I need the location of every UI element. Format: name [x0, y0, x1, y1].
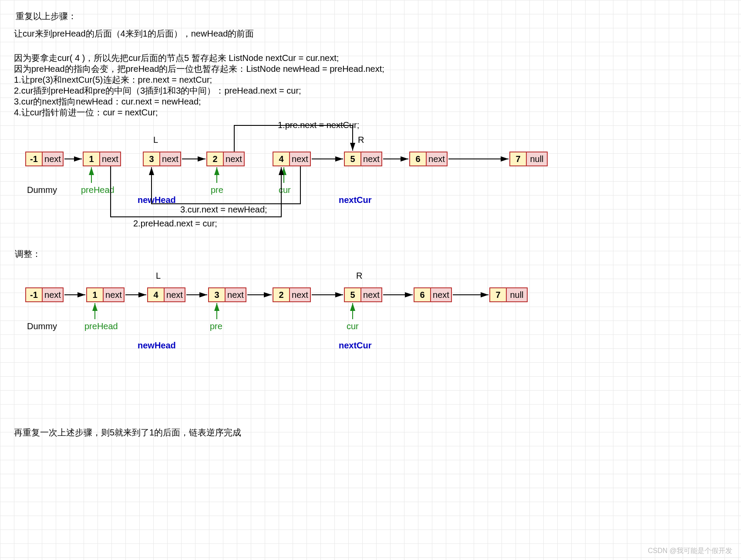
line-save1: 因为要拿走cur( 4 )，所以先把cur后面的节点5 暂存起来 ListNod…	[14, 52, 339, 64]
node-value-d1n5: 5	[344, 152, 361, 166]
label-dummy-top: Dummy	[27, 185, 57, 195]
line-end: 再重复一次上述步骤，则5就来到了1的后面，链表逆序完成	[14, 427, 241, 439]
node-value-d2n0: -1	[25, 287, 43, 302]
label-newhead-top: newHead	[138, 195, 176, 205]
node-next-d1n1: next	[99, 152, 121, 166]
label-prehead-bot: preHead	[84, 321, 118, 331]
annot-step2: 2.preHead.next = cur;	[133, 219, 217, 229]
node-value-d1n3: 2	[206, 152, 224, 166]
label-L-top: L	[153, 135, 158, 145]
node-value-d1n0: -1	[25, 152, 43, 166]
node-next-d1n5: next	[360, 152, 382, 166]
label-prehead-top: preHead	[81, 185, 115, 195]
label-R-top: R	[358, 135, 364, 145]
node-next-d2n4: next	[289, 287, 311, 302]
node-next-d2n1: next	[103, 287, 125, 302]
node-value-d1n4: 4	[273, 152, 290, 166]
label-cur-top: cur	[279, 185, 291, 195]
label-L-bot: L	[156, 271, 161, 281]
node-value-d1n2: 3	[143, 152, 160, 166]
line-goal: 让cur来到preHead的后面（4来到1的后面），newHead的前面	[14, 28, 254, 40]
node-next-d1n3: next	[223, 152, 245, 166]
label-nextcur-bot: nextCur	[339, 341, 372, 351]
label-nextcur-top: nextCur	[339, 195, 372, 205]
node-value-d2n3: 3	[208, 287, 226, 302]
watermark: CSDN @我可能是个假开发	[648, 547, 732, 556]
annot-step3: 3.cur.next = newHead;	[180, 205, 267, 215]
label-cur-bot: cur	[347, 321, 359, 331]
node-next-d2n0: next	[42, 287, 64, 302]
line-step3t: 3.cur的next指向newHead：cur.next = newHead;	[14, 96, 201, 108]
line-repeat: 重复以上步骤：	[16, 10, 77, 22]
node-next-d1n2: next	[159, 152, 181, 166]
node-next-d1n7: null	[526, 152, 548, 166]
node-next-d1n0: next	[42, 152, 64, 166]
node-value-d2n6: 6	[414, 287, 431, 302]
node-value-d1n7: 7	[509, 152, 527, 166]
node-next-d2n7: null	[506, 287, 528, 302]
node-value-d2n5: 5	[344, 287, 361, 302]
node-next-d1n6: next	[426, 152, 448, 166]
label-pre-top: pre	[211, 185, 223, 195]
node-next-d2n3: next	[225, 287, 246, 302]
node-value-d1n1: 1	[83, 152, 100, 166]
node-value-d2n1: 1	[86, 287, 104, 302]
line-save2: 因为preHead的指向会变，把preHead的后一位也暂存起来：ListNod…	[14, 63, 384, 75]
label-adjust: 调整：	[15, 248, 41, 260]
label-dummy-bot: Dummy	[27, 321, 57, 331]
node-value-d2n4: 2	[273, 287, 290, 302]
node-value-d1n6: 6	[409, 152, 427, 166]
node-value-d2n2: 4	[147, 287, 165, 302]
node-next-d1n4: next	[289, 152, 311, 166]
node-next-d2n5: next	[360, 287, 382, 302]
label-R-bot: R	[356, 271, 362, 281]
node-value-d2n7: 7	[489, 287, 507, 302]
label-newhead-bot: newHead	[138, 341, 176, 351]
node-next-d2n2: next	[164, 287, 185, 302]
line-step1t: 1.让pre(3)和nextCur(5)连起来：pre.next = nextC…	[14, 74, 212, 86]
line-step2t: 2.cur插到preHead和pre的中间（3插到1和3的中间）：preHead…	[14, 85, 301, 97]
annot-step1: 1.pre.next = nextCur;	[278, 120, 359, 130]
label-pre-bot: pre	[210, 321, 222, 331]
node-next-d2n6: next	[430, 287, 452, 302]
line-step4t: 4.让cur指针前进一位：cur = nextCur;	[14, 107, 158, 118]
